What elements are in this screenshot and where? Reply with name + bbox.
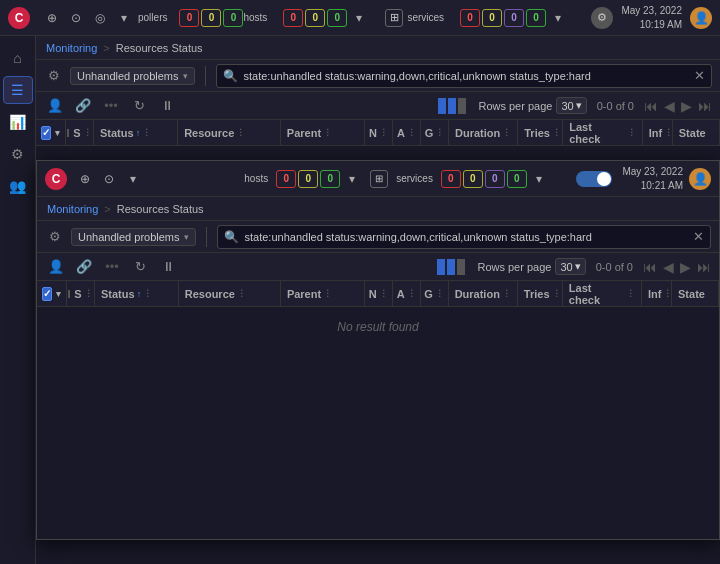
win-th-status[interactable]: Status ↑ ⋮	[95, 281, 179, 306]
filter-gear-icon[interactable]: ⚙	[44, 66, 64, 86]
toolbar-refresh-icon[interactable]: ↻	[128, 95, 150, 117]
win-filter-gear[interactable]: ⚙	[45, 227, 65, 247]
config-icon[interactable]: ⚙	[591, 7, 613, 29]
win-page-next[interactable]: ▶	[680, 259, 691, 275]
sidebar-item-users[interactable]: 👥	[3, 172, 33, 200]
win-toolbar-user: 👤	[45, 256, 67, 278]
sidebar-item-monitoring[interactable]: ☰	[3, 76, 33, 104]
th-s-sort[interactable]: ⋮	[83, 128, 92, 138]
th-inf[interactable]: Inf ⋮	[643, 120, 673, 145]
th-parent[interactable]: Parent ⋮	[281, 120, 365, 145]
win-svc-dropdown[interactable]: ▾	[529, 169, 549, 189]
date-value: May 23, 2022	[621, 4, 682, 18]
win-logo[interactable]: C	[45, 168, 67, 190]
toolbar-pause-icon[interactable]: ⏸	[156, 95, 178, 117]
th-resource[interactable]: Resource ⋮	[178, 120, 281, 145]
win-th-tries-filter[interactable]: ⋮	[552, 289, 561, 299]
win-th-status-sort[interactable]: ↑	[137, 289, 142, 299]
th-n-filter[interactable]: ⋮	[379, 128, 388, 138]
win-rows-select[interactable]: 30 ▾	[555, 258, 585, 275]
win-th-a[interactable]: A ⋮	[393, 281, 421, 306]
win-page-prev[interactable]: ◀	[663, 259, 674, 275]
th-lastcheck[interactable]: Last check ⋮	[563, 120, 643, 145]
win-th-state[interactable]: State	[672, 281, 719, 306]
win-th-dur-filter[interactable]: ⋮	[502, 289, 511, 299]
win-th-a-filter[interactable]: ⋮	[407, 289, 416, 299]
win-hosts-dropdown[interactable]: ▾	[342, 169, 362, 189]
th-status-filter-icon[interactable]: ⋮	[142, 128, 151, 138]
win-th-tries[interactable]: Tries ⋮	[518, 281, 563, 306]
th-a[interactable]: A ⋮	[393, 120, 421, 145]
filter-arrow-icon: ▾	[183, 71, 188, 81]
th-duration-filter[interactable]: ⋮	[502, 128, 511, 138]
page-last-icon[interactable]: ⏭	[698, 98, 712, 114]
win-bc-monitoring[interactable]: Monitoring	[47, 203, 98, 215]
win-toggle[interactable]	[576, 171, 612, 187]
hosts-dropdown[interactable]: ▾	[349, 8, 369, 28]
win-th-chevron[interactable]: ▾	[56, 289, 61, 299]
win-th-g[interactable]: G ⋮	[421, 281, 449, 306]
th-g[interactable]: G ⋮	[421, 120, 449, 145]
breadcrumb-monitoring[interactable]: Monitoring	[46, 42, 97, 54]
rows-select[interactable]: 30 ▾	[556, 97, 586, 114]
win-page-first[interactable]: ⏮	[643, 259, 657, 275]
th-state[interactable]: State	[673, 120, 720, 145]
win-th-status-filter[interactable]: ⋮	[143, 289, 152, 299]
page-next-icon[interactable]: ▶	[681, 98, 692, 114]
win-th-lastcheck[interactable]: Last check ⋮	[563, 281, 642, 306]
win-pollers-dropdown[interactable]: ▾	[123, 169, 143, 189]
logo[interactable]: C	[8, 7, 30, 29]
th-lastcheck-filter[interactable]: ⋮	[627, 128, 636, 138]
win-th-resource-filter[interactable]: ⋮	[237, 289, 246, 299]
sidebar-item-home[interactable]: ⌂	[3, 44, 33, 72]
th-tries[interactable]: Tries ⋮	[518, 120, 563, 145]
th-resource-filter[interactable]: ⋮	[236, 128, 245, 138]
rows-value: 30	[561, 100, 573, 112]
th-status-sort-icon[interactable]: ↑	[136, 128, 141, 138]
win-search-clear[interactable]: ✕	[693, 229, 704, 244]
win-th-parent-filter[interactable]: ⋮	[323, 289, 332, 299]
win-th-checkbox[interactable]: ✓ ▾	[37, 281, 67, 306]
sidebar-item-settings[interactable]: ⚙	[3, 140, 33, 168]
svc-c2: 0	[482, 9, 502, 27]
th-status[interactable]: Status ↑ ⋮	[94, 120, 178, 145]
win-toolbar-dots: •••	[101, 256, 123, 278]
win-th-g-filter[interactable]: ⋮	[435, 289, 444, 299]
search-clear-icon[interactable]: ✕	[694, 68, 705, 83]
win-page-last[interactable]: ⏭	[697, 259, 711, 275]
user-avatar[interactable]: 👤	[690, 7, 712, 29]
th-n[interactable]: N ⋮	[365, 120, 393, 145]
sidebar-item-charts[interactable]: 📊	[3, 108, 33, 136]
win-th-n-filter[interactable]: ⋮	[379, 289, 388, 299]
checkbox-all[interactable]: ✓	[41, 126, 51, 140]
win-user-avatar[interactable]: 👤	[689, 168, 711, 190]
win-toolbar-refresh[interactable]: ↻	[129, 256, 151, 278]
th-checkbox[interactable]: ✓ ▾	[36, 120, 66, 145]
win-toggle-knob	[597, 172, 611, 186]
win-th-duration[interactable]: Duration ⋮	[449, 281, 518, 306]
win-toolbar-pause[interactable]: ⏸	[157, 256, 179, 278]
win-th-lc-filter[interactable]: ⋮	[626, 289, 635, 299]
win-th-parent[interactable]: Parent ⋮	[281, 281, 365, 306]
win-th-s-filter[interactable]: ⋮	[84, 289, 93, 299]
win-th-n[interactable]: N ⋮	[365, 281, 393, 306]
win-filter-dropdown[interactable]: Unhandled problems ▾	[71, 228, 196, 246]
th-chevron[interactable]: ▾	[55, 128, 60, 138]
th-tries-filter[interactable]: ⋮	[552, 128, 561, 138]
th-parent-filter[interactable]: ⋮	[323, 128, 332, 138]
svc-dropdown[interactable]: ▾	[548, 8, 568, 28]
pollers-dropdown[interactable]: ▾	[114, 8, 134, 28]
th-s[interactable]: S ⋮	[66, 120, 94, 145]
page-first-icon[interactable]: ⏮	[644, 98, 658, 114]
th-duration[interactable]: Duration ⋮	[449, 120, 518, 145]
page-prev-icon[interactable]: ◀	[664, 98, 675, 114]
win-th-resource[interactable]: Resource ⋮	[179, 281, 281, 306]
search-box[interactable]: 🔍 state:unhandled status:warning,down,cr…	[216, 64, 712, 88]
th-a-filter[interactable]: ⋮	[407, 128, 416, 138]
win-checkbox-all[interactable]: ✓	[42, 287, 52, 301]
filter-dropdown[interactable]: Unhandled problems ▾	[70, 67, 195, 85]
win-th-s[interactable]: S ⋮	[67, 281, 95, 306]
win-th-inf[interactable]: Inf ⋮	[642, 281, 672, 306]
th-g-filter[interactable]: ⋮	[435, 128, 444, 138]
win-search-box[interactable]: 🔍 state:unhandled status:warning,down,cr…	[217, 225, 711, 249]
